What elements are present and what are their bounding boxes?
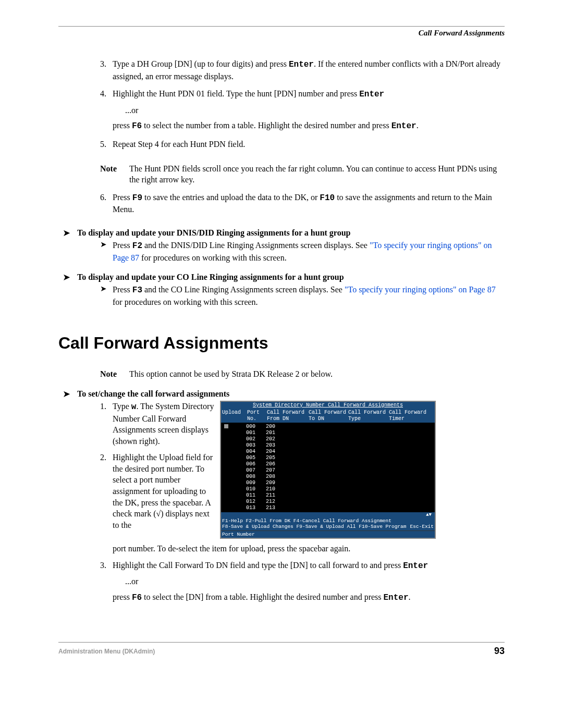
terminal-status: Port Number [221,530,435,538]
terminal-row: 008208 [246,474,434,480]
note-strata: Note This option cannot be used by Strat… [100,368,505,380]
footer-left: Administration Menu (DKAdmin) [58,648,155,655]
terminal-row: 011211 [246,492,434,499]
sub-dnis: ➤ Press F2 and the DNIS/DID Line Ringing… [100,240,505,263]
step-3: 3. Type a DH Group [DN] (up to four digi… [100,58,505,82]
two-column: 1. Type w. The System Directory Number C… [100,401,505,539]
arrow-icon: ➤ [100,240,113,263]
terminal-row: 009209 [246,480,434,486]
page-number: 93 [494,646,505,657]
link-ringing-2[interactable]: "To specify your ringing options" on Pag… [345,285,496,294]
terminal-row: 013213 [246,505,434,511]
section-title: Call Forward Assignments [58,334,505,353]
terminal-row: 001201 [246,430,434,436]
arrow-icon: ➤ [58,228,77,238]
terminal-headers: Upload Port No. Call Forward From DN Cal… [221,409,435,423]
arrow-icon: ➤ [58,273,77,282]
right-column: System Directory Number Call Forward Ass… [220,401,505,539]
step-list-a2: 6. Press F9 to save the entries and uplo… [100,192,505,215]
terminal-row: 007207 [246,467,434,474]
terminal-row: 005205 [246,455,434,461]
step-4: 4. Highlight the Hunt PDN 01 field. Type… [100,88,505,132]
footer: Administration Menu (DKAdmin) 93 [58,642,505,657]
terminal-row: 006206 [246,461,434,467]
note-hunt-pdn: Note The Hunt PDN fields scroll once you… [100,163,505,186]
step-b1: 1. Type w. The System Directory Number C… [100,401,215,447]
left-column: 1. Type w. The System Directory Number C… [100,401,220,536]
terminal-row: 012212 [246,499,434,505]
scroll-indicator: ▲▼ [221,512,435,518]
step-b2: 2. Highlight the Upload field for the de… [100,452,215,530]
header-rule [58,26,505,27]
terminal-row: 003203 [246,442,434,449]
step-list-a: 3. Type a DH Group [DN] (up to four digi… [100,58,505,150]
terminal-row: 002202 [246,436,434,442]
heading-set-cf: ➤ To set/change the call forward assignm… [58,389,505,399]
step-list-b2: 3. Highlight the Call Forward To DN fiel… [100,560,505,604]
terminal-screenshot: System Directory Number Call Forward Ass… [220,401,436,539]
step-5: 5. Repeat Step 4 for each Hunt PDN field… [100,139,505,150]
heading-dnis: ➤ To display and update your DNIS/DID Ri… [58,228,505,238]
page: Call Forward Assignments 3. Type a DH Gr… [0,0,563,677]
terminal-row: 000200 [246,424,434,430]
terminal-row: 010210 [246,486,434,492]
terminal-footer: F1-Help F2-Pull From DK F4-Cancel Call F… [221,518,435,530]
terminal-title: System Directory Number Call Forward Ass… [221,402,435,409]
sub-co-line: ➤ Press F3 and the CO Line Ringing Assig… [100,284,505,307]
step-b3: 3. Highlight the Call Forward To DN fiel… [100,560,505,604]
step-6: 6. Press F9 to save the entries and uplo… [100,192,505,215]
arrow-icon: ➤ [100,284,113,307]
terminal-body: 0002000012010022020032030042040052050062… [221,423,435,512]
running-header: Call Forward Assignments [58,29,505,38]
terminal-row: 004204 [246,449,434,455]
arrow-icon: ➤ [58,389,77,399]
step-b2-continuation: port number. To de-select the item for u… [113,543,505,554]
heading-co-line: ➤ To display and update your CO Line Rin… [58,273,505,282]
